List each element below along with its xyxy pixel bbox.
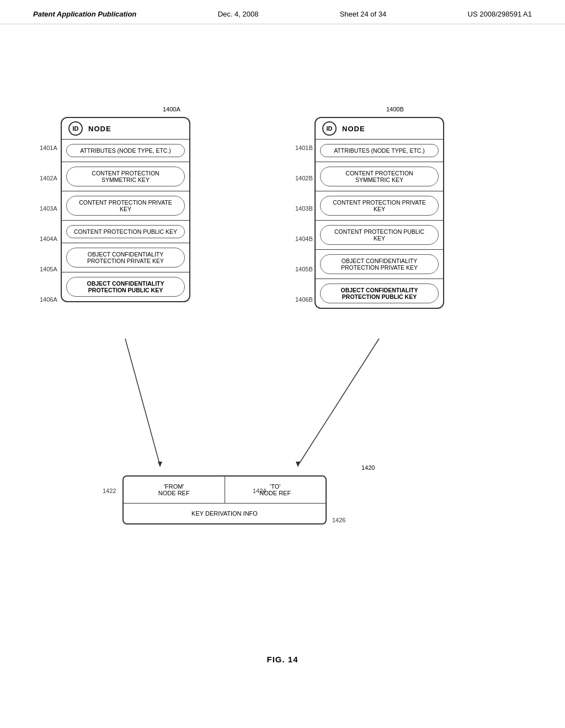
node-b-box: ID NODE ATTRIBUTES (NODE TYPE, ETC.) CON… [315, 117, 444, 309]
node-a-cp-priv-key: CONTENT PROTECTION PRIVATEKEY [66, 196, 185, 216]
label-1403a: 1403A [40, 205, 57, 212]
node-b-oc-priv-key: OBJECT CONFIDENTIALITYPROTECTION PRIVATE… [320, 254, 439, 274]
svg-marker-1 [158, 462, 162, 467]
label-1402b: 1402B [295, 175, 313, 181]
node-a-row-1406: OBJECT CONFIDENTIALITYPROTECTION PUBLIC … [62, 272, 189, 301]
sheet-label: Sheet 24 of 34 [340, 10, 387, 18]
node-a-cp-pub-key: CONTENT PROTECTION PUBLIC KEY [66, 225, 185, 238]
node-a-row-1405: OBJECT CONFIDENTIALITYPROTECTION PRIVATE… [62, 243, 189, 272]
diagram-area: 1400A ID NODE ATTRIBUTES (NODE TYPE, ETC… [0, 24, 565, 686]
patent-label: US 2008/298591 A1 [468, 10, 532, 18]
node-b-id-badge: ID [322, 121, 337, 136]
node-a-title: NODE [88, 125, 111, 133]
label-1406a: 1406A [40, 296, 57, 303]
node-a-id-badge: ID [68, 121, 83, 136]
node-b-oc-pub-key: OBJECT CONFIDENTIALITYPROTECTION PUBLIC … [320, 283, 439, 303]
node-a-row-1402: CONTENT PROTECTIONSYMMETRIC KEY [62, 162, 189, 191]
node-a-header-row: ID NODE [62, 118, 189, 140]
label-1424: 1424 [253, 488, 266, 494]
bottom-row-1: 'FROM'NODE REF 'TO'NODE REF [124, 477, 326, 504]
node-b-row-1404: CONTENT PROTECTION PUBLICKEY [316, 221, 443, 250]
node-b-row-1401: ATTRIBUTES (NODE TYPE, ETC.) [316, 140, 443, 162]
key-derivation-info: KEY DERIVATION INFO [124, 504, 326, 523]
label-1402a: 1402A [40, 175, 57, 181]
label-1405b: 1405B [295, 266, 313, 272]
node-b-attr: ATTRIBUTES (NODE TYPE, ETC.) [320, 144, 439, 157]
label-1406b: 1406B [295, 296, 313, 303]
node-b-header-row: ID NODE [316, 118, 443, 140]
node-b-row-1406: OBJECT CONFIDENTIALITYPROTECTION PUBLIC … [316, 279, 443, 308]
node-b-cp-sym-key: CONTENT PROTECTIONSYMMETRIC KEY [320, 167, 439, 186]
node-b-cp-pub-key: CONTENT PROTECTION PUBLICKEY [320, 225, 439, 245]
node-a-row-1403: CONTENT PROTECTION PRIVATEKEY [62, 191, 189, 221]
node-b-row-1403: CONTENT PROTECTION PRIVATEKEY [316, 191, 443, 221]
svg-marker-3 [296, 462, 300, 467]
node-a-row-1401: ATTRIBUTES (NODE TYPE, ETC.) [62, 140, 189, 162]
svg-line-2 [298, 339, 379, 465]
node-b-title: NODE [342, 125, 365, 133]
node-a-cp-sym-key: CONTENT PROTECTIONSYMMETRIC KEY [66, 167, 185, 186]
node-a-attr: ATTRIBUTES (NODE TYPE, ETC.) [66, 144, 185, 157]
label-1405a: 1405A [40, 266, 57, 272]
svg-line-0 [125, 339, 160, 465]
to-node-ref: 'TO'NODE REF [225, 477, 326, 503]
node-a-oc-pub-key: OBJECT CONFIDENTIALITYPROTECTION PUBLIC … [66, 277, 185, 297]
label-1404b: 1404B [295, 235, 313, 242]
label-1403b: 1403B [295, 205, 313, 212]
label-1422: 1422 [103, 488, 116, 494]
node-b-row-1402: CONTENT PROTECTIONSYMMETRIC KEY [316, 162, 443, 191]
node-a-callout: 1400A [163, 106, 180, 113]
date-label: Dec. 4, 2008 [218, 10, 259, 18]
label-1420: 1420 [361, 464, 375, 471]
label-1401a: 1401A [40, 144, 57, 151]
node-b-callout: 1400B [386, 106, 404, 113]
node-b-row-1405: OBJECT CONFIDENTIALITYPROTECTION PRIVATE… [316, 250, 443, 279]
node-a-oc-priv-key: OBJECT CONFIDENTIALITYPROTECTION PRIVATE… [66, 248, 185, 267]
from-node-ref: 'FROM'NODE REF [124, 477, 225, 503]
label-1404a: 1404A [40, 235, 57, 242]
node-a-box: ID NODE ATTRIBUTES (NODE TYPE, ETC.) CON… [61, 117, 190, 302]
label-1401b: 1401B [295, 144, 313, 151]
bottom-box: 'FROM'NODE REF 'TO'NODE REF KEY DERIVATI… [122, 475, 327, 524]
fig-label: FIG. 14 [266, 655, 298, 664]
label-1426: 1426 [332, 517, 345, 523]
page-header: Patent Application Publication Dec. 4, 2… [0, 0, 565, 24]
publication-label: Patent Application Publication [33, 10, 136, 18]
node-b-cp-priv-key: CONTENT PROTECTION PRIVATEKEY [320, 196, 439, 216]
node-a-row-1404: CONTENT PROTECTION PUBLIC KEY [62, 221, 189, 243]
